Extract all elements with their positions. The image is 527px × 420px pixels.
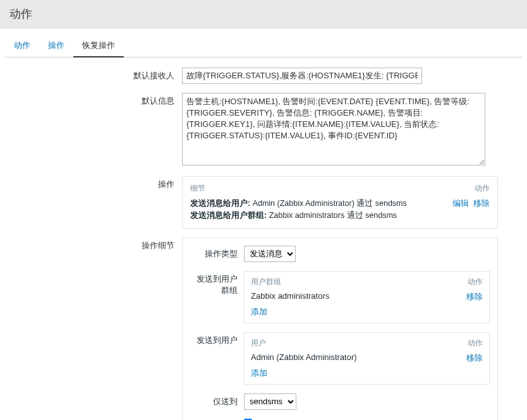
groups-action-header: 动作: [468, 277, 483, 287]
page-title: 动作: [0, 0, 527, 28]
user-groups-box: 用户群组 动作 Zabbix administrators 移除 添加: [244, 271, 490, 323]
operations-box: 细节 动作 编辑 移除 发送消息给用户: Admin (Zabbix Admin…: [182, 176, 498, 229]
send-only-to-label: 仅送到: [190, 393, 244, 407]
group-item: Zabbix administrators: [251, 291, 329, 303]
op-line2-prefix: 发送消息给用户群组:: [190, 211, 267, 220]
content-area: 动作 操作 恢复操作 默认接收人 默认信息 告警主机:{HOSTNAME1}, …: [0, 28, 527, 420]
op-details-section-label: 操作细节: [5, 237, 182, 251]
default-recipient-input[interactable]: [182, 68, 422, 84]
operations-label: 操作: [5, 176, 182, 190]
user-add-link[interactable]: 添加: [251, 368, 267, 378]
op-line1-body: Admin (Zabbix Administrator) 通过 sendsms: [250, 199, 407, 208]
op-edit-link[interactable]: 编辑: [452, 199, 469, 208]
send-only-to-select[interactable]: sendsms: [244, 393, 296, 410]
op-type-label: 操作类型: [190, 246, 244, 260]
users-box: 用户 动作 Admin (Zabbix Administrator) 移除 添加: [244, 332, 490, 385]
ops-action-header: 动作: [475, 183, 490, 194]
op-details-box: 操作类型 发送消息 发送到用户群组 用户群组 动作: [182, 237, 498, 421]
tab-recovery-operation[interactable]: 恢复操作: [73, 35, 124, 57]
group-remove-link[interactable]: 移除: [466, 291, 483, 303]
default-message-textarea[interactable]: 告警主机:{HOSTNAME1}, 告警时间:{EVENT.DATE} {EVE…: [182, 93, 485, 165]
users-header: 用户: [251, 338, 266, 349]
tab-action[interactable]: 动作: [5, 35, 39, 57]
op-line1-prefix: 发送消息给用户:: [190, 199, 250, 208]
user-remove-link[interactable]: 移除: [466, 352, 483, 364]
tab-operation[interactable]: 操作: [39, 35, 73, 57]
users-action-header: 动作: [468, 338, 483, 349]
ops-detail-header: 细节: [190, 183, 205, 194]
group-add-link[interactable]: 添加: [251, 307, 267, 316]
default-recipient-label: 默认接收人: [5, 68, 182, 81]
tabs: 动作 操作 恢复操作: [5, 35, 522, 57]
send-users-label: 发送到用户: [190, 332, 244, 346]
op-line2-body: Zabbix administrators 通过 sendsms: [267, 211, 397, 220]
op-remove-link[interactable]: 移除: [473, 199, 490, 208]
user-item: Admin (Zabbix Administrator): [251, 352, 357, 364]
groups-header: 用户群组: [251, 277, 281, 287]
send-groups-label: 发送到用户群组: [190, 271, 244, 296]
default-message-label: 默认信息: [5, 93, 182, 107]
op-type-select[interactable]: 发送消息: [244, 246, 296, 262]
